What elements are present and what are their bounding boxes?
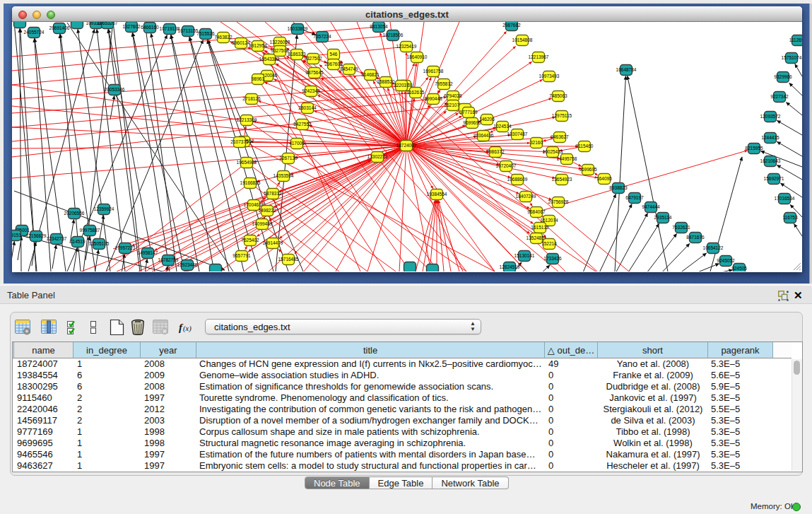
svg-text:14495758: 14495758 bbox=[557, 156, 577, 161]
svg-text:1498222: 1498222 bbox=[258, 208, 276, 213]
svg-text:12213369: 12213369 bbox=[237, 117, 257, 122]
svg-text:20691406: 20691406 bbox=[49, 25, 70, 30]
svg-text:6479197: 6479197 bbox=[625, 195, 644, 200]
svg-text:8186323: 8186323 bbox=[288, 52, 306, 57]
svg-text:9699695: 9699695 bbox=[579, 167, 597, 172]
svg-text:9327508: 9327508 bbox=[271, 48, 289, 53]
svg-text:99975887: 99975887 bbox=[80, 228, 100, 233]
svg-text:12156829: 12156829 bbox=[26, 233, 47, 238]
svg-text:114519: 114519 bbox=[70, 239, 86, 244]
svg-text:10154808: 10154808 bbox=[512, 37, 533, 42]
svg-text:20364436: 20364436 bbox=[473, 133, 494, 138]
svg-text:6794028: 6794028 bbox=[444, 93, 462, 98]
svg-text:15716485: 15716485 bbox=[278, 257, 299, 262]
svg-text:9777169: 9777169 bbox=[459, 110, 478, 115]
svg-text:17957223: 17957223 bbox=[115, 245, 136, 250]
svg-text:20053346: 20053346 bbox=[105, 87, 125, 92]
svg-text:8215955: 8215955 bbox=[745, 146, 763, 151]
svg-text:2107375: 2107375 bbox=[230, 139, 249, 144]
svg-text:39151: 39151 bbox=[12, 233, 21, 238]
svg-text:9463627: 9463627 bbox=[551, 134, 569, 139]
svg-text:19384554: 19384554 bbox=[427, 192, 447, 197]
svg-text:6466160: 6466160 bbox=[141, 25, 159, 30]
svg-text:2986372: 2986372 bbox=[486, 149, 505, 154]
svg-text:19166825: 19166825 bbox=[240, 180, 261, 185]
svg-text:9245052: 9245052 bbox=[717, 258, 735, 263]
svg-text:15130141: 15130141 bbox=[514, 253, 535, 258]
svg-text:16543382: 16543382 bbox=[259, 57, 280, 62]
svg-text:10688609: 10688609 bbox=[507, 177, 528, 182]
svg-text:1244415: 1244415 bbox=[761, 135, 779, 140]
svg-text:146206: 146206 bbox=[479, 117, 495, 122]
svg-text:17016534: 17016534 bbox=[775, 196, 795, 201]
svg-text:1615132: 1615132 bbox=[531, 225, 549, 230]
svg-text:12359924: 12359924 bbox=[94, 206, 114, 211]
svg-text:9146821: 9146821 bbox=[361, 72, 379, 77]
svg-text:10973493: 10973493 bbox=[539, 74, 560, 78]
svg-text:7463822: 7463822 bbox=[214, 35, 233, 40]
svg-text:7357224: 7357224 bbox=[313, 34, 331, 39]
svg-text:5878312: 5878312 bbox=[264, 191, 282, 196]
svg-text:15751074: 15751074 bbox=[782, 55, 802, 60]
svg-text:16961758: 16961758 bbox=[423, 69, 444, 74]
svg-text:7625402: 7625402 bbox=[241, 238, 259, 243]
svg-text:18724007: 18724007 bbox=[396, 143, 417, 148]
svg-text:16648784: 16648784 bbox=[616, 67, 637, 72]
svg-text:1733426: 1733426 bbox=[543, 256, 562, 261]
svg-text:152214: 152214 bbox=[541, 241, 557, 246]
svg-text:9329966: 9329966 bbox=[774, 74, 792, 79]
svg-text:15692971: 15692971 bbox=[764, 176, 784, 181]
svg-text:9657791: 9657791 bbox=[233, 253, 251, 258]
svg-text:20756928: 20756928 bbox=[548, 199, 569, 204]
svg-text:116753: 116753 bbox=[782, 215, 798, 220]
svg-text:17004678: 17004678 bbox=[244, 202, 264, 207]
svg-text:8912954: 8912954 bbox=[249, 43, 267, 48]
svg-text:16033809: 16033809 bbox=[288, 26, 308, 31]
svg-text:1024514: 1024514 bbox=[493, 124, 512, 129]
svg-text:10025433: 10025433 bbox=[543, 149, 563, 154]
svg-text:924505: 924505 bbox=[731, 266, 747, 271]
svg-text:546: 546 bbox=[330, 52, 338, 57]
svg-text:2935114: 2935114 bbox=[654, 215, 672, 220]
svg-text:(x): (x) bbox=[183, 325, 192, 333]
svg-text:16713155: 16713155 bbox=[178, 28, 199, 33]
svg-text:24055724: 24055724 bbox=[24, 30, 45, 35]
svg-text:16782759: 16782759 bbox=[158, 257, 179, 262]
svg-text:164095: 164095 bbox=[596, 176, 612, 181]
svg-text:10719138: 10719138 bbox=[160, 26, 180, 31]
svg-text:13505135: 13505135 bbox=[89, 241, 110, 246]
svg-text:1112694: 1112694 bbox=[789, 37, 802, 42]
svg-text:8813054: 8813054 bbox=[370, 24, 388, 29]
svg-text:8454749: 8454749 bbox=[340, 66, 358, 71]
svg-text:14958147: 14958147 bbox=[138, 250, 158, 255]
svg-text:322037: 322037 bbox=[394, 83, 409, 88]
svg-text:8990448: 8990448 bbox=[424, 96, 442, 101]
svg-text:98961: 98961 bbox=[252, 76, 264, 81]
svg-text:9242343: 9242343 bbox=[302, 88, 320, 93]
svg-text:9684067: 9684067 bbox=[527, 209, 546, 214]
svg-text:2803144: 2803144 bbox=[298, 105, 317, 110]
svg-text:14914479: 14914479 bbox=[263, 240, 283, 245]
svg-text:18407249: 18407249 bbox=[516, 194, 536, 199]
svg-text:12824519: 12824519 bbox=[500, 264, 520, 269]
svg-text:12325419: 12325419 bbox=[396, 44, 417, 49]
svg-text:2967608: 2967608 bbox=[324, 62, 343, 66]
svg-text:12093572: 12093572 bbox=[760, 114, 781, 119]
svg-text:7485063: 7485063 bbox=[549, 93, 567, 98]
svg-text:8960124: 8960124 bbox=[232, 40, 250, 45]
svg-text:1162615: 1162615 bbox=[407, 90, 425, 95]
svg-text:7515526: 7515526 bbox=[196, 31, 215, 36]
svg-text:3267130: 3267130 bbox=[279, 156, 298, 160]
svg-text:1588520: 1588520 bbox=[377, 79, 395, 84]
svg-text:14099489: 14099489 bbox=[252, 221, 273, 226]
svg-text:10720407: 10720407 bbox=[496, 163, 517, 168]
svg-text:12923446: 12923446 bbox=[177, 262, 198, 267]
svg-text:19218506: 19218506 bbox=[383, 33, 404, 37]
svg-text:16210643: 16210643 bbox=[760, 158, 781, 163]
svg-text:7955812: 7955812 bbox=[435, 81, 453, 86]
svg-text:9227342: 9227342 bbox=[770, 94, 789, 99]
svg-text:13654923: 13654923 bbox=[552, 177, 572, 182]
svg-text:12213967: 12213967 bbox=[529, 54, 549, 59]
svg-text:8938823: 8938823 bbox=[609, 185, 628, 190]
svg-text:9327502: 9327502 bbox=[304, 56, 322, 61]
